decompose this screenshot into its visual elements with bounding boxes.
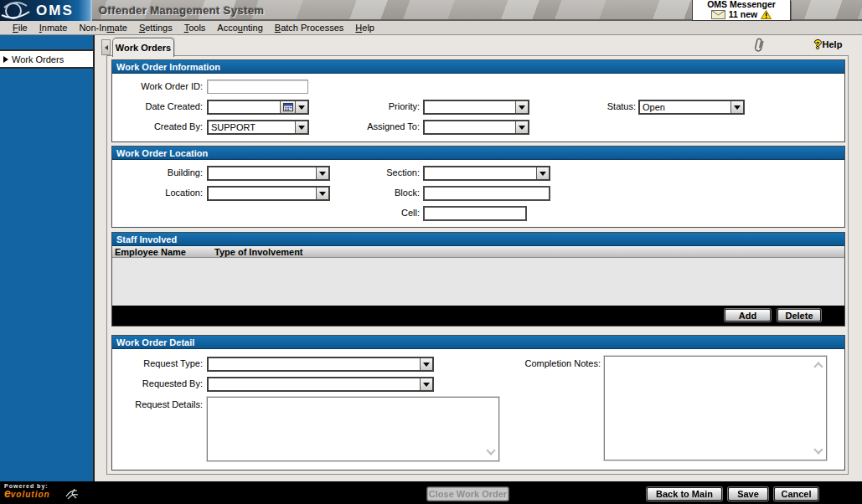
section-title: Work Order Information	[112, 60, 844, 74]
section-title: Work Order Location	[112, 147, 844, 160]
oms-window: { "window": { "brand": "OMS", "title": "…	[0, 0, 862, 504]
created-by-label: Created By:	[112, 121, 203, 131]
section-value	[425, 167, 536, 179]
created-by-value: SUPPORT	[209, 121, 295, 133]
location-select[interactable]	[207, 186, 330, 201]
sidebar-header-block	[0, 35, 93, 51]
staff-involved-list[interactable]	[112, 258, 844, 306]
menu-accounting[interactable]: Accounting	[211, 23, 268, 33]
priority-value	[425, 101, 515, 113]
column-employee-name[interactable]: Employee Name	[115, 247, 186, 257]
staff-involved-section: Staff Involved Employee Name Type of Inv…	[111, 232, 845, 327]
date-created-input[interactable]	[209, 101, 280, 113]
powered-by-evolution-logo: Powered by: evolution	[4, 483, 50, 499]
tab-work-orders[interactable]: Work Orders	[112, 38, 174, 57]
menu-non-inmate[interactable]: Non-Inmate	[73, 23, 133, 33]
cell-input[interactable]	[423, 206, 527, 221]
priority-label: Priority:	[313, 101, 420, 111]
location-value	[209, 188, 316, 199]
work-order-id-input[interactable]	[207, 80, 308, 94]
section-select[interactable]	[423, 166, 550, 181]
chevron-down-icon[interactable]	[420, 358, 432, 370]
attachment-icon[interactable]	[753, 37, 766, 55]
staff-actions-bar: Add Delete	[112, 306, 844, 326]
request-details-label: Request Details:	[112, 399, 203, 409]
app-title: Offender Management System	[99, 4, 265, 17]
menu-settings[interactable]: Settings	[133, 23, 178, 33]
staff-table-header: Employee Name Type of Involvement	[112, 246, 844, 258]
menu-bar: File Inmate Non-Inmate Settings Tools Ac…	[0, 21, 862, 35]
back-to-main-button[interactable]: Back to Main	[647, 487, 722, 501]
delete-button-label: Delete	[785, 311, 813, 321]
sidebar: Work Orders	[0, 35, 95, 481]
help-button[interactable]: ? Help	[814, 39, 842, 49]
chevron-down-icon[interactable]	[515, 121, 528, 133]
priority-select[interactable]	[423, 100, 529, 115]
title-bar: OMS Offender Management System OMS Messe…	[0, 0, 862, 21]
evolution-brand-initial: e	[4, 486, 11, 500]
work-order-detail-section: Work Order Detail Request Type: Requeste…	[111, 335, 845, 471]
scroll-down-icon[interactable]	[486, 445, 495, 455]
status-select[interactable]: Open	[638, 100, 745, 115]
request-type-label: Request Type:	[112, 358, 203, 368]
close-work-order-button[interactable]: Close Work Order	[427, 487, 508, 501]
status-label: Status:	[569, 101, 636, 111]
created-by-select[interactable]: SUPPORT	[207, 120, 309, 135]
oms-logo: OMS	[0, 0, 92, 21]
menu-batch-processes[interactable]: Batch Processes	[269, 23, 350, 33]
requested-by-select[interactable]	[207, 377, 434, 392]
section-title: Work Order Detail	[112, 336, 844, 349]
requested-by-label: Requested By:	[112, 378, 203, 388]
tab-label: Work Orders	[116, 43, 171, 53]
scroll-up-icon[interactable]	[813, 362, 823, 371]
request-type-select[interactable]	[207, 357, 434, 372]
add-button[interactable]: Add	[725, 309, 771, 321]
work-order-location-section: Work Order Location Building: Section: L…	[111, 146, 845, 228]
requested-by-value	[209, 378, 420, 390]
chevron-down-icon[interactable]	[420, 378, 432, 390]
cancel-button[interactable]: Cancel	[774, 487, 818, 501]
evolution-gecko-icon	[65, 488, 80, 501]
back-to-main-label: Back to Main	[656, 489, 713, 499]
section-label: Section:	[313, 167, 420, 177]
work-order-id-label: Work Order ID:	[112, 81, 203, 91]
assigned-to-value	[425, 121, 515, 133]
menu-inmate[interactable]: Inmate	[34, 23, 74, 33]
column-type-of-involvement[interactable]: Type of Involvement	[214, 247, 303, 257]
date-created-field	[207, 100, 309, 115]
completion-notes-textarea[interactable]	[604, 356, 827, 460]
calendar-icon[interactable]	[280, 101, 295, 113]
oms-messenger-button[interactable]: OMS Messenger 11 new	[692, 0, 791, 21]
save-button-label: Save	[737, 489, 759, 499]
tab-scroll-left-button[interactable]	[101, 39, 111, 55]
block-input[interactable]	[423, 186, 550, 201]
menu-help[interactable]: Help	[349, 23, 380, 33]
help-label: Help	[823, 39, 843, 49]
sidebar-item-work-orders[interactable]: Work Orders	[0, 51, 93, 69]
section-title: Staff Involved	[112, 233, 844, 246]
delete-button[interactable]: Delete	[777, 309, 821, 321]
menu-tools[interactable]: Tools	[178, 23, 212, 33]
request-details-textarea[interactable]	[207, 397, 499, 461]
chevron-down-icon[interactable]	[536, 167, 549, 179]
close-work-order-label: Close Work Order	[429, 489, 507, 499]
menu-file[interactable]: File	[7, 23, 34, 33]
evolution-brand-rest: volution	[11, 490, 50, 499]
save-button[interactable]: Save	[728, 487, 768, 501]
location-label: Location:	[112, 188, 203, 198]
cancel-button-label: Cancel	[781, 489, 811, 499]
envelope-icon	[711, 10, 725, 19]
block-label: Block:	[313, 188, 420, 198]
chevron-down-icon[interactable]	[515, 101, 528, 113]
chevron-down-icon[interactable]	[295, 121, 307, 133]
brand-text: OMS	[36, 3, 74, 19]
scroll-down-icon[interactable]	[813, 445, 823, 454]
help-icon: ?	[814, 39, 822, 49]
assigned-to-select[interactable]	[423, 120, 529, 135]
status-value: Open	[640, 101, 730, 113]
chevron-down-icon[interactable]	[295, 101, 307, 113]
powered-by-label: Powered by:	[4, 483, 50, 489]
chevron-down-icon[interactable]	[730, 101, 743, 113]
building-select[interactable]	[207, 166, 330, 181]
request-type-value	[209, 358, 420, 370]
